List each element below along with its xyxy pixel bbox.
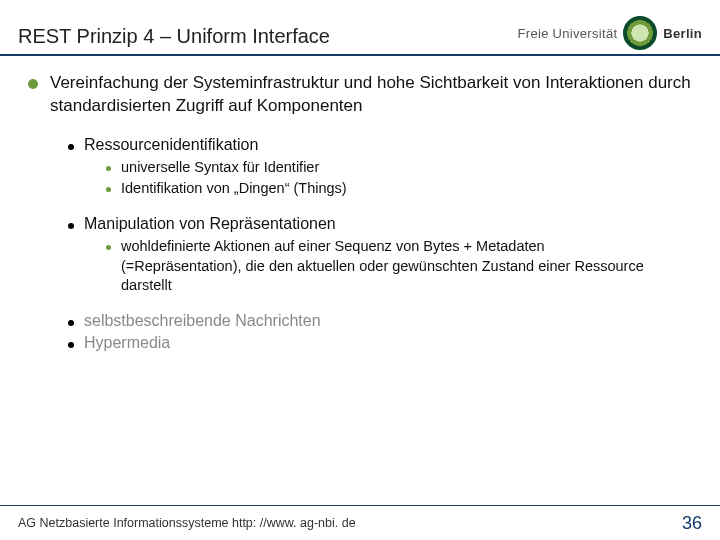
- bullet-icon: [106, 187, 111, 192]
- lead-bullet: Vereinfachung der Systeminfrastruktur un…: [28, 72, 692, 118]
- slide-header: REST Prinzip 4 – Uniform Interface Freie…: [0, 0, 720, 54]
- logo-text: Freie Universität: [518, 26, 618, 41]
- footer-text: AG Netzbasierte Informationssysteme http…: [18, 516, 356, 530]
- bullet-icon: [68, 144, 74, 150]
- item-label: Hypermedia: [84, 334, 170, 352]
- slide-footer: AG Netzbasierte Informationssysteme http…: [0, 506, 720, 540]
- list-item: Hypermedia: [68, 334, 692, 352]
- list-subitem: wohldefinierte Aktionen auf einer Sequen…: [106, 237, 692, 296]
- slide-content: Vereinfachung der Systeminfrastruktur un…: [0, 56, 720, 352]
- university-logo: Freie Universität Berlin: [518, 16, 702, 54]
- list-subitem: universelle Syntax für Identifier: [106, 158, 692, 178]
- item-label: Manipulation von Repräsentationen: [84, 215, 336, 233]
- seal-icon: [623, 16, 657, 50]
- item-label: selbstbeschreibende Nachrichten: [84, 312, 321, 330]
- page-number: 36: [682, 513, 702, 534]
- item-label: Ressourcenidentifikation: [84, 136, 258, 154]
- list-item: Ressourcenidentifikation: [68, 136, 692, 154]
- bullet-icon: [68, 223, 74, 229]
- bullet-icon: [68, 342, 74, 348]
- list-item: Manipulation von Repräsentationen: [68, 215, 692, 233]
- list-item: selbstbeschreibende Nachrichten: [68, 312, 692, 330]
- bullet-icon: [28, 79, 38, 89]
- bullet-icon: [68, 320, 74, 326]
- slide-title: REST Prinzip 4 – Uniform Interface: [18, 25, 330, 54]
- list-subitem: Identifikation von „Dingen“ (Things): [106, 179, 692, 199]
- lead-text: Vereinfachung der Systeminfrastruktur un…: [50, 72, 692, 118]
- bullet-icon: [106, 245, 111, 250]
- bullet-icon: [106, 166, 111, 171]
